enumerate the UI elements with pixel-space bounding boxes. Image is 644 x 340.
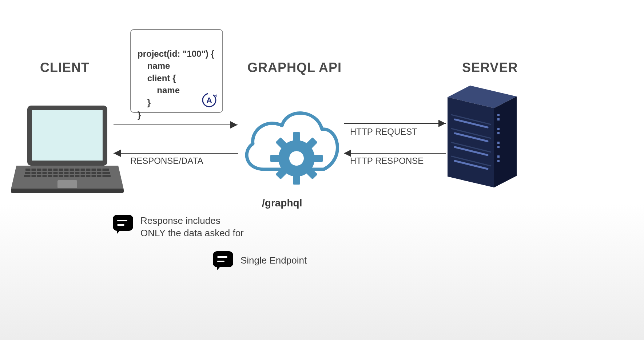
client-title: CLIENT [40, 60, 90, 75]
graphql-api-title: GRAPHQL API [247, 60, 342, 75]
svg-rect-48 [497, 132, 500, 134]
svg-rect-2 [11, 189, 124, 193]
code-line-4: name [138, 85, 180, 95]
svg-rect-46 [497, 118, 500, 120]
svg-marker-58 [217, 265, 222, 270]
note-response-data: Response includes ONLY the data asked fo… [113, 215, 244, 240]
graphql-query-box: project(id: "100") { name client { name … [130, 29, 223, 113]
svg-rect-27 [270, 155, 279, 162]
svg-rect-1 [32, 110, 103, 161]
note-text-1: Response includes ONLY the data asked fo… [140, 215, 244, 240]
svg-rect-47 [497, 128, 500, 130]
note-text-2: Single Endpoint [240, 254, 307, 267]
svg-rect-51 [497, 155, 500, 158]
svg-rect-53 [114, 216, 132, 230]
server-icon [448, 86, 517, 187]
cloud-gear-icon [236, 96, 342, 186]
endpoint-label: /graphql [262, 197, 302, 209]
svg-rect-25 [293, 132, 300, 141]
laptop-icon [11, 104, 124, 193]
code-line-1: project(id: "100") { [138, 49, 214, 59]
svg-marker-54 [117, 229, 122, 234]
svg-marker-35 [448, 97, 494, 187]
svg-text:A: A [206, 96, 212, 105]
svg-rect-4 [25, 172, 110, 174]
svg-rect-52 [497, 160, 500, 162]
label-http-request: HTTP REQUEST [350, 127, 417, 137]
label-response-data: RESPONSE/DATA [130, 156, 203, 166]
note-single-endpoint: Single Endpoint [213, 251, 307, 270]
svg-rect-20 [57, 180, 77, 188]
code-line-3: client { [138, 73, 176, 83]
svg-rect-26 [293, 175, 300, 185]
svg-rect-28 [314, 155, 323, 162]
svg-rect-5 [24, 175, 111, 177]
code-line-5: } [138, 98, 151, 107]
message-icon [113, 215, 133, 234]
svg-rect-50 [497, 146, 500, 148]
code-line-6: } [138, 110, 141, 120]
svg-rect-45 [497, 114, 500, 116]
svg-point-33 [289, 151, 304, 166]
svg-rect-57 [214, 252, 232, 266]
code-line-2: name [138, 61, 170, 71]
server-title: SERVER [462, 60, 518, 75]
label-http-response: HTTP RESPONSE [350, 156, 424, 166]
svg-rect-49 [497, 142, 500, 144]
apollo-icon: A [202, 92, 217, 108]
message-icon [213, 251, 233, 270]
